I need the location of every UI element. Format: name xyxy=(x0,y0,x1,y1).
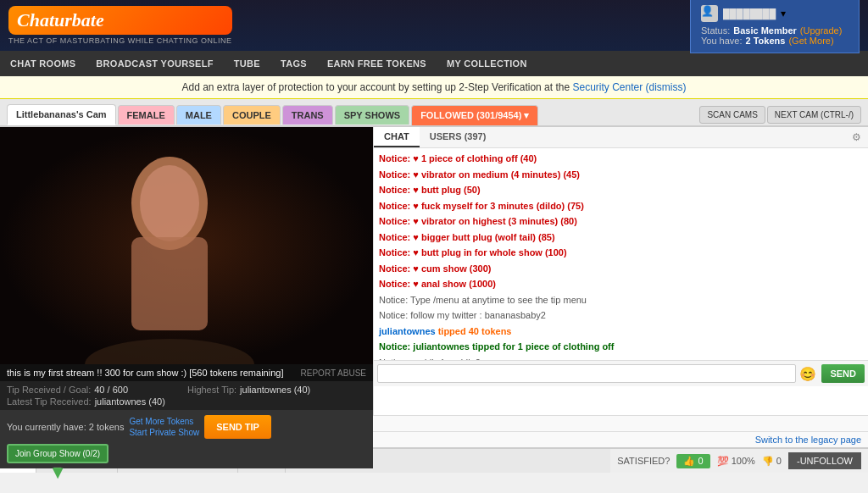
status-label: Status: xyxy=(701,25,730,36)
tab-users[interactable]: USERS (397) xyxy=(420,127,497,147)
chat-message: Notice: ♥ butt plug (50) xyxy=(379,183,863,197)
chat-message: Notice: ♥ butt plug in for whole show (1… xyxy=(379,246,863,260)
video-title-bar: this is my first stream !! 300 for cum s… xyxy=(0,364,373,381)
video-title: this is my first stream !! 300 for cum s… xyxy=(7,368,283,378)
chat-message: Notice: ♥ bigger butt plug (wolf tail) (… xyxy=(379,230,863,245)
video-stats: Tip Received / Goal: 40 / 600 Highest Ti… xyxy=(0,381,373,410)
logo[interactable]: Chaturbate xyxy=(8,6,232,35)
chat-messages[interactable]: Notice: ♥ 1 piece of clothing off (40) N… xyxy=(374,148,868,360)
thumbs-down-count: 👎 0 xyxy=(762,456,782,467)
tip-links: Get More Tokens Start Private Show xyxy=(129,417,199,437)
nav-tags[interactable]: TAGS xyxy=(270,51,317,76)
satisfied-label: SATISFIED? xyxy=(617,456,670,466)
tab-spy[interactable]: SPY SHOWS xyxy=(335,105,409,125)
tip-panel: You currently have: 2 tokens Get More To… xyxy=(0,410,373,468)
report-abuse-link[interactable]: REPORT ABUSE xyxy=(301,368,366,378)
security-center-link[interactable]: Security Center xyxy=(572,81,643,93)
nav-collection[interactable]: MY COLLECTION xyxy=(437,51,537,76)
chat-message: Notice: ♥ vibrator on highest (3 minutes… xyxy=(379,214,863,229)
dismiss-link[interactable]: (dismiss) xyxy=(646,81,687,93)
send-tip-button[interactable]: SEND TIP xyxy=(204,415,271,439)
user-icon: 👤 xyxy=(701,5,718,22)
tab-couple[interactable]: COUPLE xyxy=(223,105,281,125)
latest-tip-value: juliantownes (40) xyxy=(95,396,165,407)
tip-goal-value: 40 / 600 xyxy=(94,385,128,395)
tab-followed[interactable]: FOLLOWED (301/9454) ▾ xyxy=(411,105,538,125)
tab-chat[interactable]: CHAT xyxy=(374,127,420,147)
satisfied-bar: SATISFIED? 👍 0 💯 100% 👎 0 -UNFOLLOW xyxy=(610,449,868,473)
alert-text: Add an extra layer of protection to your… xyxy=(182,81,570,93)
thumbs-up-button[interactable]: 👍 0 xyxy=(676,454,709,468)
header: Chaturbate THE ACT OF MASTURBATING WHILE… xyxy=(0,0,868,51)
user-info-box: 👤 ████████ ▾ Status: Basic Member (Upgra… xyxy=(690,0,860,53)
chat-input[interactable] xyxy=(377,364,796,383)
chat-username: juliantownes xyxy=(379,326,436,336)
unfollow-button[interactable]: -UNFOLLOW xyxy=(788,452,861,469)
tab-my-cam[interactable]: Littlebananas's Cam xyxy=(7,104,116,125)
nav: CHAT ROOMS BROADCAST YOURSELF TUBE TAGS … xyxy=(0,51,868,76)
settings-icon[interactable]: ⚙ xyxy=(845,127,868,147)
send-button[interactable]: SEND xyxy=(821,364,865,383)
tokens-label: You have: xyxy=(701,36,743,46)
scan-cams-button[interactable]: SCAN CAMS xyxy=(699,106,765,124)
chat-message: Notice: ♥ 1 piece of clothing off (40) xyxy=(379,152,863,166)
tab-trans[interactable]: TRANS xyxy=(282,105,333,125)
chat-message: Notice: ♥ cum show (300) xyxy=(379,262,863,276)
highest-tip-label: Highest Tip: xyxy=(187,385,236,395)
dropdown-icon[interactable]: ▾ xyxy=(781,8,786,19)
next-cam-button[interactable]: NEXT CAM (CTRL-/) xyxy=(767,106,861,124)
latest-tip-label: Latest Tip Received: xyxy=(7,396,92,407)
username-display: ████████ xyxy=(723,8,776,19)
chat-area: CHAT USERS (397) ⚙ Notice: ♥ 1 piece of … xyxy=(373,127,868,415)
nav-chat-rooms[interactable]: CHAT ROOMS xyxy=(0,51,86,76)
tip-goal-label: Tip Received / Goal: xyxy=(7,385,91,395)
status-value: Basic Member xyxy=(733,25,797,36)
tab-female[interactable]: FEMALE xyxy=(118,105,175,125)
emoji-button[interactable]: 😊 xyxy=(796,364,820,383)
alert-bar: Add an extra layer of protection to your… xyxy=(0,76,868,99)
upgrade-link[interactable]: (Upgrade) xyxy=(800,25,843,36)
chat-message: Notice: Type /menu at anytime to see the… xyxy=(379,293,863,307)
main-content: this is my first stream !! 300 for cum s… xyxy=(0,127,868,415)
chat-message: Notice: ♥ vibrator on medium (4 minutes)… xyxy=(379,168,863,182)
video-stream[interactable] xyxy=(0,127,373,364)
tab-male[interactable]: MALE xyxy=(176,105,221,125)
legacy-page-link[interactable]: Switch to the legacy page xyxy=(755,435,861,445)
chat-input-area: 😊 SEND xyxy=(374,360,868,386)
join-group-show-button[interactable]: Join Group Show (0/2) xyxy=(7,444,108,463)
chat-message: Notice: juliantownes tipped for 1 piece … xyxy=(379,340,863,354)
nav-broadcast[interactable]: BROADCAST YOURSELF xyxy=(86,51,223,76)
svg-point-2 xyxy=(140,165,199,241)
chat-message: juliantownes tipped 40 tokens xyxy=(379,324,863,339)
logo-area: Chaturbate THE ACT OF MASTURBATING WHILE… xyxy=(8,6,232,45)
video-area: this is my first stream !! 300 for cum s… xyxy=(0,127,373,415)
svg-rect-3 xyxy=(131,237,208,330)
legacy-page-link-container: Switch to the legacy page xyxy=(755,435,861,445)
chat-tabs: CHAT USERS (397) ⚙ xyxy=(374,127,868,148)
video-silhouette xyxy=(0,127,373,364)
cam-tabs: Littlebananas's Cam FEMALE MALE COUPLE T… xyxy=(0,99,868,127)
chat-message: Notice: ♥ anal show (1000) xyxy=(379,277,863,291)
nav-earn[interactable]: EARN FREE TOKENS xyxy=(317,51,437,76)
chat-message: Notice: follow my twitter : bananasbaby2 xyxy=(379,308,863,323)
start-private-show-link[interactable]: Start Private Show xyxy=(129,428,199,437)
tokens-value: 2 Tokens xyxy=(746,36,786,46)
get-more-link[interactable]: (Get More) xyxy=(788,36,833,46)
current-tokens-text: You currently have: 2 tokens xyxy=(7,422,124,432)
logo-text: Chaturbate xyxy=(17,9,104,30)
nav-tube[interactable]: TUBE xyxy=(224,51,270,76)
tagline: THE ACT OF MASTURBATING WHILE CHATTING O… xyxy=(8,36,232,45)
chat-message: Notice: ♥ fuck myself for 3 minutes (dil… xyxy=(379,199,863,213)
highest-tip-value: juliantownes (40) xyxy=(240,385,310,395)
get-more-tokens-link[interactable]: Get More Tokens xyxy=(129,417,199,426)
rating-value: 💯 100% xyxy=(717,456,755,467)
